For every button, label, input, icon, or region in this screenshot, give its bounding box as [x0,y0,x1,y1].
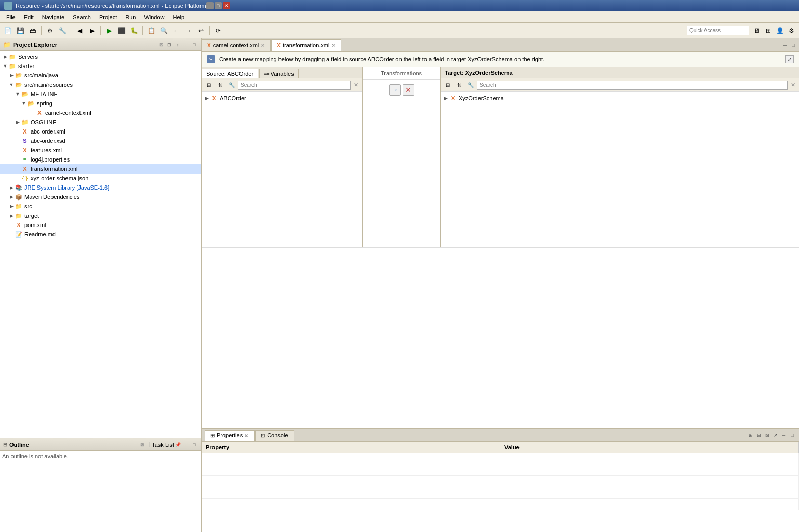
menu-project[interactable]: Project [95,13,121,21]
toolbar-misc-4[interactable]: → [183,25,194,36]
toolbar-misc-5[interactable]: ↩ [195,25,207,36]
toolbar-misc-1[interactable]: 📋 [145,25,157,36]
menu-window[interactable]: Window [140,13,168,21]
source-filter-btn[interactable]: 🔧 [227,80,237,90]
tree-item-src-resources[interactable]: ▼ 📂 src/main/resources [0,80,201,89]
save-button[interactable]: 💾 [15,25,26,36]
minimize-button[interactable]: _ [206,2,214,9]
tree-item-abc-order-xml[interactable]: ▶ X abc-order.xml [0,127,201,136]
tree-item-features[interactable]: ▶ X features.xml [0,145,201,155]
pe-link-btn[interactable]: ↕ [174,41,181,48]
tree-item-xyz-schema[interactable]: ▶ { } xyz-order-schema.json [0,174,201,183]
save-all-button[interactable]: 🗃 [27,25,38,36]
tab-transformation[interactable]: X transformation.xml ✕ [271,39,341,51]
prop-btn-3[interactable]: ⊠ [764,432,771,439]
outline-minimize-btn[interactable]: ─ [182,441,190,448]
arrow-src-resources[interactable]: ▼ [8,82,15,88]
menu-search[interactable]: Search [69,13,95,21]
tab-close-transformation[interactable]: ✕ [331,43,336,48]
source-collapse-btn[interactable]: ⊟ [204,80,214,90]
tree-item-servers[interactable]: ▶ 📁 Servers [0,52,201,61]
arrow-servers[interactable]: ▶ [2,54,8,60]
tree-item-target[interactable]: ▶ 📁 target [0,211,201,220]
tree-item-spring[interactable]: ▼ 📂 spring [0,99,201,108]
delete-mapping-btn[interactable]: ✕ [403,84,414,96]
target-search-input[interactable] [477,81,788,90]
toolbar-misc-6[interactable]: ⟳ [212,25,224,36]
quick-access-input[interactable] [687,26,749,35]
arrow-meta-inf[interactable]: ▼ [15,91,21,97]
target-collapse-btn[interactable]: ⊟ [443,80,453,90]
tree-item-xyzorder[interactable]: ▶ X XyzOrderSchema [441,93,799,103]
pe-collapse-btn[interactable]: ⊡ [166,41,173,48]
workbench-button-4[interactable]: ⚙ [785,25,797,36]
pe-maximize-btn[interactable]: □ [191,41,198,48]
arrow-spring[interactable]: ▼ [21,100,27,107]
target-filter-btn[interactable]: 🔧 [465,80,476,90]
tab-console[interactable]: ⊡ Console [255,430,294,441]
outline-pin-btn[interactable]: 📌 [174,441,181,448]
publish-button[interactable]: ⚙ [44,25,56,36]
tree-item-starter[interactable]: ▼ 📁 starter [0,61,201,71]
forward-button[interactable]: ▶ [86,25,98,36]
workbench-button-1[interactable]: 🖥 [751,25,763,36]
tree-item-osgi[interactable]: ▶ 📁 OSGI-INF [0,117,201,127]
target-clear-btn[interactable]: ✕ [789,81,797,89]
arrow-xyzorder[interactable]: ▶ [443,95,449,101]
arrow-starter[interactable]: ▼ [2,63,8,69]
menu-run[interactable]: Run [121,13,140,21]
menu-help[interactable]: Help [169,13,189,21]
tree-item-meta-inf[interactable]: ▼ 📂 META-INF [0,89,201,99]
maximize-button[interactable]: □ [215,2,222,9]
tree-item-readme[interactable]: ▶ 📝 Readme.md [0,230,201,239]
tree-item-jre[interactable]: ▶ 📚 JRE System Library [JavaSE-1.6] [0,183,201,192]
mapping-canvas[interactable] [202,247,799,428]
menu-file[interactable]: File [2,13,20,21]
prop-btn-4[interactable]: ↗ [772,432,779,439]
tree-item-src[interactable]: ▶ 📁 src [0,202,201,211]
workbench-button-3[interactable]: 👤 [774,25,785,36]
tree-item-pom[interactable]: ▶ X pom.xml [0,220,201,230]
prop-maximize[interactable]: □ [789,432,796,439]
task-list-title[interactable]: Task List [152,442,174,448]
tree-item-abc-order-xsd[interactable]: ▶ S abc-order.xsd [0,136,201,145]
target-sort-btn[interactable]: ⇅ [454,80,464,90]
tree-item-log4j[interactable]: ▶ ≡ log4j.properties [0,155,201,164]
stop-button[interactable]: ⬛ [116,25,127,36]
workbench-button-2[interactable]: ⊞ [763,25,774,36]
menu-edit[interactable]: Edit [20,13,38,21]
toolbar-misc-3[interactable]: ← [170,25,182,36]
source-search-input[interactable] [238,81,351,90]
source-sort-btn[interactable]: ⇅ [215,80,225,90]
pe-minimize-btn[interactable]: ─ [182,41,190,48]
run-button[interactable]: ▶ [103,25,115,36]
tree-item-src-java[interactable]: ▶ 📂 src/main/java [0,71,201,80]
arrow-osgi[interactable]: ▶ [15,119,21,125]
add-mapping-btn[interactable]: → [389,84,401,96]
prop-btn-1[interactable]: ⊞ [747,432,754,439]
prop-btn-2[interactable]: ⊟ [755,432,763,439]
tree-item-camel[interactable]: ▶ X camel-context.xml [0,108,201,117]
tree-item-abcorder[interactable]: ▶ X ABCOrder [202,93,362,103]
arrow-jre[interactable]: ▶ [8,184,15,191]
debug-button[interactable]: 🐛 [128,25,140,36]
tree-item-transformation[interactable]: ▶ X transformation.xml [0,164,201,174]
close-button[interactable]: ✕ [223,2,230,9]
arrow-src[interactable]: ▶ [8,203,15,209]
outline-maximize-btn[interactable]: □ [191,441,198,448]
tab-close-camel[interactable]: ✕ [261,43,265,48]
back-button[interactable]: ◀ [74,25,85,36]
arrow-maven[interactable]: ▶ [8,194,15,200]
source-tab-vars[interactable]: ≡= Variables [259,69,299,78]
source-tab-abc[interactable]: Source: ABCOrder [202,69,258,78]
menu-navigate[interactable]: Navigate [38,13,69,21]
tab-camel-context[interactable]: X camel-context.xml ✕ [202,39,271,51]
prop-minimize[interactable]: ─ [780,432,788,439]
editor-maximize-btn[interactable]: □ [790,42,797,49]
toolbar-btn-2[interactable]: 🔧 [57,25,68,36]
arrow-abcorder[interactable]: ▶ [204,95,210,101]
tree-item-maven[interactable]: ▶ 📦 Maven Dependencies [0,192,201,202]
source-clear-btn[interactable]: ✕ [352,81,360,89]
new-button[interactable]: 📄 [2,25,14,36]
editor-minimize-btn[interactable]: ─ [781,42,789,49]
